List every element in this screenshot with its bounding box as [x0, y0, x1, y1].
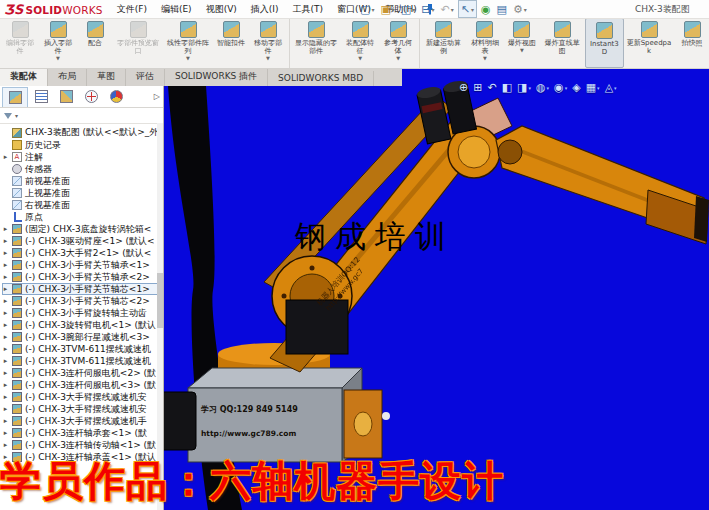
mate-button[interactable]: 配合 ▼ [77, 18, 113, 68]
tree-item[interactable]: ▸ 上视基准面 [2, 187, 163, 199]
tree-item[interactable]: ▸ 原点 [2, 211, 163, 223]
expand-arrow-icon[interactable]: ▸ [2, 261, 9, 269]
print-button[interactable]: ⊟ ▾ [419, 1, 436, 17]
edit-component-button[interactable]: 编辑零部件 ▼ [1, 18, 39, 68]
insert-component-button[interactable]: 插入零部件 ▼ [39, 18, 77, 68]
menu-item[interactable]: 插入(I) [245, 1, 285, 18]
tree-item[interactable]: ▸ (-) CHX-3小手臂旋转轴主动齿 [2, 307, 163, 319]
edit-appearance-button[interactable]: ◈ ▾ [572, 81, 580, 94]
view-orientation-button[interactable]: ◨ ▾ [517, 81, 531, 94]
expand-arrow-icon[interactable]: ▸ [2, 393, 9, 401]
robot-model[interactable]: 机器人培训QQ:12 http://www.gc7 学习 QQ:129 849 … [163, 68, 709, 510]
move-component-button[interactable]: 移动零部件 ▼ [249, 18, 290, 68]
tab-evaluate[interactable]: 评估 [126, 68, 165, 86]
tree-item[interactable]: ▸ (-) CHX-3连杆伺服电机<2> (默 [2, 367, 163, 379]
undo-button[interactable]: ↶ ▾ [439, 1, 456, 17]
smart-fasteners-button[interactable]: 智能扣件 ▼ [213, 18, 249, 68]
linear-component-pattern-button[interactable]: 线性零部件阵列 ▼ [163, 18, 213, 68]
tree-item[interactable]: ▸ (-) CHX-3小手臂关节轴芯<1> [2, 283, 163, 295]
hide-show-items-button[interactable]: ◉ ▾ [554, 81, 567, 94]
tab-sw-mbd[interactable]: SOLIDWORKS MBD [268, 71, 374, 86]
tree-item[interactable]: ▸ (-) CHX-3大手臂2<1> (默认< [2, 247, 163, 259]
tab-assembly[interactable]: 装配体 [0, 67, 48, 86]
expand-arrow-icon[interactable]: ▸ [2, 333, 9, 341]
expand-arrow-icon[interactable]: ▸ [2, 405, 9, 413]
save-button[interactable]: ◫ ▾ [399, 1, 417, 17]
view-settings-button[interactable]: ◬ ▾ [605, 81, 617, 94]
new-motion-study-button[interactable]: 新建运动算例 ▼ [421, 18, 466, 68]
expand-arrow-icon[interactable]: ▸ [2, 309, 9, 317]
tree-item[interactable]: ▸ (-) CHX-3小手臂关节轴承<1> [2, 259, 163, 271]
tree-item[interactable]: ▸ (-) CHX-3连杆轴传动轴<1> (默 [2, 439, 163, 451]
expand-arrow-icon[interactable]: ▸ [2, 321, 9, 329]
dimxpert-tab[interactable] [79, 87, 103, 106]
show-hidden-components-button[interactable]: 显示隐藏的零部件 ▼ [291, 18, 341, 68]
filter-caret-icon[interactable]: ▾ [15, 112, 18, 119]
section-view-button[interactable]: ◧ ▾ [502, 81, 512, 94]
tree-item[interactable]: ▸ (-) CHX-3旋转臂电机<1> (默认 [2, 319, 163, 331]
expand-arrow-icon[interactable]: ▸ [2, 249, 9, 257]
tree-item[interactable]: ▸ (-) CHX-3连杆伺服电机<3> (默 [2, 379, 163, 391]
display-style-button[interactable]: ◍ ▾ [536, 81, 549, 94]
expand-arrow-icon[interactable]: ▸ [2, 369, 9, 377]
tab-sketch[interactable]: 草图 [87, 68, 126, 86]
propertymanager-tab[interactable] [29, 87, 53, 106]
menu-item[interactable]: 视图(V) [200, 1, 243, 18]
tree-item[interactable]: ▸ (-) CHX-3腕部行星减速机<3> [2, 331, 163, 343]
tree-item[interactable]: ▸ (-) CHX-3TVM-611摆线减速机 [2, 343, 163, 355]
settings-gear-button[interactable]: ⚙ ▾ [511, 1, 529, 17]
tree-item[interactable]: ▸ (-) CHX-3大手臂摆线减速机手 [2, 415, 163, 427]
open-document-button[interactable]: ▣ ▾ [378, 1, 396, 17]
tree-item[interactable]: ▸ (-) CHX-3小手臂关节轴芯<2> [2, 295, 163, 307]
panel-scrollbar[interactable] [157, 123, 163, 510]
tree-item[interactable]: ▸ 前视基准面 [2, 175, 163, 187]
zoom-to-area-button[interactable]: ⊞ ▾ [473, 81, 482, 94]
tree-item[interactable]: ▸ (-) CHX-3驱动臂座<1> (默认< [2, 235, 163, 247]
tree-item[interactable]: ▸ (固定) CHX-3底盘旋转涡轮箱< [2, 223, 163, 235]
apply-scene-button[interactable]: ▦ ▾ [586, 81, 600, 94]
zoom-to-fit-button[interactable]: ⊕ ▾ [459, 81, 468, 94]
previous-view-button[interactable]: ↶ ▾ [487, 81, 496, 94]
rebuild-button[interactable]: ◉ ▾ [479, 1, 493, 17]
assembly-features-button[interactable]: 装配体特征 ▼ [341, 18, 379, 68]
expand-arrow-icon[interactable]: ▸ [2, 273, 9, 281]
tree-item[interactable]: ▸ 历史记录 [2, 139, 163, 151]
expand-arrow-icon[interactable]: ▸ [2, 345, 9, 353]
displaymanager-tab[interactable] [104, 87, 128, 106]
reference-geometry-button[interactable]: 参考几何体 ▼ [379, 18, 420, 68]
tree-root-item[interactable]: ▸ CHX-3装配图 (默认<<默认>_外观 [2, 126, 163, 139]
tree-item[interactable]: ▸ 传感器 [2, 163, 163, 175]
tree-item[interactable]: ▸ (-) CHX-3大手臂摆线减速机安 [2, 391, 163, 403]
new-document-button[interactable]: ▢ ▾ [358, 1, 376, 17]
expand-arrow-icon[interactable]: ▸ [2, 381, 9, 389]
explode-line-sketch-button[interactable]: 爆炸直线草图 ▼ [540, 18, 585, 68]
options-list-button[interactable]: ▤ ▾ [495, 1, 509, 17]
expand-arrow-icon[interactable]: ▸ [2, 153, 9, 161]
tree-item[interactable]: ▸ (-) CHX-3小手臂关节轴承<2> [2, 271, 163, 283]
select-cursor-button[interactable]: ↖ ▾ [458, 0, 477, 18]
expand-arrow-icon[interactable]: ▸ [2, 225, 9, 233]
take-snapshot-button[interactable]: 拍快照 ▼ [674, 18, 709, 68]
tree-item[interactable]: ▸ (-) CHX-3大手臂摆线减速机安 [2, 403, 163, 415]
expand-arrow-icon[interactable]: ▸ [2, 417, 9, 425]
component-preview-button[interactable]: 零部件预览窗口 ▼ [113, 18, 163, 68]
expand-arrow-icon[interactable]: ▸ [2, 237, 9, 245]
tab-sw-addins[interactable]: SOLIDWORKS 插件 [165, 68, 268, 86]
menu-item[interactable]: 编辑(E) [155, 1, 198, 18]
instant3d-button[interactable]: Instant3D ▼ [585, 18, 624, 68]
configurationmanager-tab[interactable] [54, 87, 78, 106]
menu-item[interactable]: 文件(F) [111, 1, 153, 18]
update-speedpak-button[interactable]: 更新Speedpak ▼ [624, 18, 674, 68]
panel-scrollbar-thumb[interactable] [157, 273, 163, 328]
expand-arrow-icon[interactable]: ▸ [2, 441, 9, 449]
tree-item[interactable]: ▸ (-) CHX-3TVM-611摆线减速机 [2, 355, 163, 367]
panel-tabs-overflow-button[interactable]: ▷ [154, 92, 160, 101]
expand-arrow-icon[interactable]: ▸ [2, 429, 9, 437]
tree-item[interactable]: ▸ 注解 [2, 151, 163, 163]
expand-arrow-icon[interactable]: ▸ [2, 357, 9, 365]
bill-of-materials-button[interactable]: 材料明细表 ▼ [466, 18, 504, 68]
featuremanager-tab[interactable] [2, 87, 28, 107]
tree-item[interactable]: ▸ 右视基准面 [2, 199, 163, 211]
expand-arrow-icon[interactable]: ▸ [2, 297, 9, 305]
tab-layout[interactable]: 布局 [48, 68, 87, 86]
